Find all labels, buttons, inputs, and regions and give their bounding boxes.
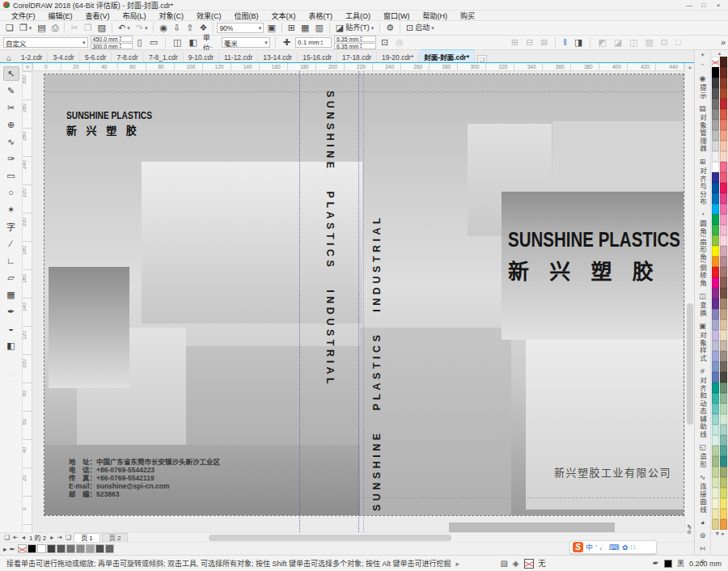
palette-swatch[interactable]: [720, 509, 727, 519]
docker-pin-icon[interactable]: ▾: [701, 52, 705, 58]
document-palette-swatch[interactable]: [95, 544, 104, 553]
palette-swatch[interactable]: [720, 88, 727, 99]
palette-swatch[interactable]: [712, 498, 719, 509]
ime-lang-indicator[interactable]: 中: [586, 542, 593, 552]
palette-swatch[interactable]: [712, 78, 719, 88]
ime-keyboard-icon[interactable]: ⌨: [609, 544, 620, 552]
palette-swatch[interactable]: [712, 67, 719, 78]
palette-swatch[interactable]: [712, 319, 719, 330]
duplicate-y-field[interactable]: 6.35 mm▲▼: [334, 43, 376, 49]
spinner-icons[interactable]: ▲▼: [119, 43, 122, 49]
object-data-icon[interactable]: ≡: [700, 557, 705, 565]
palette-swatch[interactable]: [720, 414, 727, 425]
sogou-logo-icon[interactable]: S: [573, 542, 583, 552]
palette-swatch[interactable]: [720, 425, 727, 435]
overflow-button[interactable]: »: [718, 36, 728, 49]
document-palette-swatch[interactable]: [76, 544, 85, 553]
page-tab-1[interactable]: 页 1: [74, 533, 100, 542]
menu-item-1[interactable]: 文件(F): [5, 11, 42, 21]
menu-item-6[interactable]: 效果(C): [190, 11, 228, 21]
palette-swatch[interactable]: [712, 288, 719, 298]
palette-swatch[interactable]: [720, 183, 727, 193]
guideline[interactable]: [363, 71, 364, 532]
pan-icon[interactable]: ▸: [688, 522, 691, 529]
docker-tab-fillet-scallop-chamfer[interactable]: ◔圆角/扇形角/倒棱角: [698, 210, 708, 287]
palette-swatch[interactable]: [712, 435, 719, 446]
document-palette-swatch[interactable]: [86, 544, 95, 553]
palette-swatch[interactable]: [720, 383, 727, 393]
palette-swatch[interactable]: [712, 88, 719, 99]
open-button[interactable]: ❐▾: [17, 22, 34, 34]
corel-connect-icon[interactable]: ◕: [700, 518, 705, 527]
menu-item-8[interactable]: 文本(X): [265, 11, 303, 21]
drawing-canvas[interactable]: SUNSHINE PLASTICS 新 兴 塑 胶 SUNSHINE PLAST…: [32, 71, 684, 532]
ime-skin-icon[interactable]: ✿: [622, 544, 629, 552]
palette-swatch[interactable]: [712, 246, 719, 256]
align-left-button[interactable]: ◩: [595, 36, 608, 49]
eyedropper-tool[interactable]: ✒: [3, 304, 19, 319]
palette-swatch[interactable]: [712, 393, 719, 404]
palette-swatch[interactable]: [712, 172, 719, 183]
cut-button[interactable]: ✂: [68, 22, 80, 34]
border-button[interactable]: ◎: [393, 36, 406, 49]
first-page-button[interactable]: ⇤: [12, 534, 19, 541]
palette-swatch[interactable]: [720, 435, 727, 446]
palette-swatch[interactable]: [712, 477, 719, 488]
insert-page-after-button[interactable]: ❏: [65, 534, 72, 541]
palette-swatch[interactable]: [720, 109, 727, 120]
palette-swatch[interactable]: [720, 309, 727, 319]
palette-swatch[interactable]: [720, 319, 727, 330]
full-screen-preview-button[interactable]: ▣: [265, 22, 277, 34]
palette-swatch[interactable]: [720, 519, 727, 530]
palette-swatch[interactable]: [720, 204, 727, 214]
palette-swatch[interactable]: [712, 120, 719, 130]
palette-swatch[interactable]: [712, 193, 719, 204]
palette-swatch[interactable]: [720, 404, 727, 414]
last-page-button[interactable]: ⇥: [56, 534, 63, 541]
palette-swatch[interactable]: [720, 120, 727, 130]
palette-swatch[interactable]: [720, 130, 727, 141]
menu-item-5[interactable]: 对象(C): [153, 11, 191, 21]
menu-item-13[interactable]: 购买: [454, 11, 481, 21]
docker-tab-alignment-dynamic-guides[interactable]: #对齐和动态辅助线: [698, 367, 708, 438]
palette-swatch[interactable]: [712, 467, 719, 477]
palette-swatch[interactable]: [720, 277, 727, 288]
document-palette-swatch[interactable]: [57, 544, 66, 553]
search-content-button[interactable]: ◉: [157, 22, 170, 34]
palette-swatch[interactable]: [720, 298, 727, 309]
artistic-media-tool[interactable]: ✑: [3, 151, 19, 166]
spinner-icons[interactable]: ▲▼: [320, 40, 324, 46]
palette-swatch[interactable]: [712, 298, 719, 309]
palette-swatch[interactable]: [720, 235, 727, 246]
insert-page-before-button[interactable]: ❏: [3, 534, 11, 541]
palette-swatch[interactable]: [712, 446, 719, 456]
palette-flyout-arrow-icon[interactable]: ▸: [722, 531, 725, 537]
next-page-button[interactable]: ▸: [49, 534, 54, 541]
palette-swatch[interactable]: [720, 151, 727, 162]
ruler-origin-button[interactable]: ✛: [23, 63, 32, 71]
palette-swatch[interactable]: [712, 509, 719, 519]
menu-item-11[interactable]: 窗口(W): [377, 11, 417, 21]
wrap-text-button[interactable]: ⊞: [509, 36, 521, 49]
portrait-button[interactable]: ▯: [135, 36, 145, 49]
docker-tab-join-curves[interactable]: ∿连接曲线: [698, 473, 708, 514]
trim-button[interactable]: ⊠: [538, 36, 550, 49]
palette-swatch[interactable]: [712, 277, 719, 288]
rectangle-tool[interactable]: ▭: [3, 168, 19, 183]
document-palette-swatch[interactable]: [37, 544, 46, 553]
crop-tool[interactable]: ✂: [3, 100, 19, 115]
zoom-level-combo[interactable]: 90%▾: [217, 23, 264, 33]
show-grid-button[interactable]: ▦: [298, 22, 311, 34]
spinner-icons[interactable]: ▲▼: [119, 36, 122, 42]
palette-swatch[interactable]: [712, 99, 719, 109]
guideline[interactable]: [358, 71, 359, 532]
ellipse-tool[interactable]: ○: [3, 185, 19, 200]
palette-swatch[interactable]: [720, 225, 727, 235]
ime-punctuation-indicator[interactable]: ’: [595, 544, 597, 552]
palette-swatch[interactable]: [720, 246, 727, 256]
palette-swatch[interactable]: [720, 267, 727, 277]
copy-button[interactable]: ❐: [82, 22, 95, 34]
palette-swatch[interactable]: [720, 141, 727, 151]
document-palette-swatch[interactable]: [18, 544, 27, 553]
palette-swatch[interactable]: [712, 309, 719, 319]
